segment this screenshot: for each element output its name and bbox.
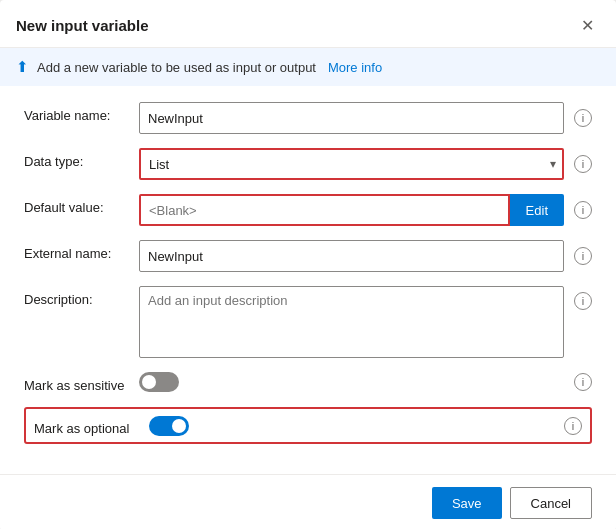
external-name-label: External name: xyxy=(24,240,139,261)
external-name-input[interactable] xyxy=(139,240,564,272)
description-textarea[interactable] xyxy=(139,286,564,358)
save-button[interactable]: Save xyxy=(432,487,502,519)
variable-name-input[interactable] xyxy=(139,102,564,134)
description-info-icon[interactable]: i xyxy=(574,292,592,310)
cancel-button[interactable]: Cancel xyxy=(510,487,592,519)
variable-name-control: i xyxy=(139,102,592,134)
dialog-header: New input variable ✕ xyxy=(0,0,616,48)
data-type-row: Data type: Boolean DateTime Encrypted Er… xyxy=(24,148,592,180)
data-type-select-wrap: Boolean DateTime Encrypted Error Float I… xyxy=(139,148,564,180)
external-name-control: i xyxy=(139,240,592,272)
mark-sensitive-toggle[interactable] xyxy=(139,372,179,392)
default-value-input[interactable] xyxy=(139,194,510,226)
data-type-info-icon[interactable]: i xyxy=(574,155,592,173)
data-type-select[interactable]: Boolean DateTime Encrypted Error Float I… xyxy=(139,148,564,180)
description-label: Description: xyxy=(24,286,139,307)
variable-name-label: Variable name: xyxy=(24,102,139,123)
data-type-control: Boolean DateTime Encrypted Error Float I… xyxy=(139,148,592,180)
close-button[interactable]: ✕ xyxy=(575,14,600,37)
variable-name-row: Variable name: i xyxy=(24,102,592,134)
edit-button[interactable]: Edit xyxy=(510,194,564,226)
form-body: Variable name: i Data type: Boolean Date… xyxy=(0,86,616,474)
mark-sensitive-control: i xyxy=(139,372,592,392)
mark-optional-label: Mark as optional xyxy=(34,415,149,436)
mark-sensitive-info-icon[interactable]: i xyxy=(574,373,592,391)
default-value-control: Edit i xyxy=(139,194,592,226)
info-banner: ⬆ Add a new variable to be used as input… xyxy=(0,48,616,86)
mark-sensitive-label: Mark as sensitive xyxy=(24,372,139,393)
new-input-variable-dialog: New input variable ✕ ⬆ Add a new variabl… xyxy=(0,0,616,529)
mark-optional-toggle-wrap xyxy=(149,416,189,436)
external-name-info-icon[interactable]: i xyxy=(574,247,592,265)
mark-sensitive-row: Mark as sensitive i xyxy=(24,372,592,393)
description-row: Description: i xyxy=(24,286,592,358)
upload-icon: ⬆ xyxy=(16,58,29,76)
variable-name-info-icon[interactable]: i xyxy=(574,109,592,127)
default-value-label: Default value: xyxy=(24,194,139,215)
external-name-row: External name: i xyxy=(24,240,592,272)
dialog-footer: Save Cancel xyxy=(0,474,616,529)
default-value-row: Default value: Edit i xyxy=(24,194,592,226)
banner-text: Add a new variable to be used as input o… xyxy=(37,60,316,75)
mark-optional-slider xyxy=(149,416,189,436)
mark-sensitive-slider xyxy=(139,372,179,392)
mark-optional-row: Mark as optional i xyxy=(24,407,592,444)
default-value-wrap: Edit xyxy=(139,194,564,226)
description-control: i xyxy=(139,286,592,358)
mark-optional-toggle[interactable] xyxy=(149,416,189,436)
dialog-title: New input variable xyxy=(16,17,149,34)
default-value-info-icon[interactable]: i xyxy=(574,201,592,219)
mark-sensitive-toggle-wrap xyxy=(139,372,179,392)
more-info-link[interactable]: More info xyxy=(328,60,382,75)
mark-optional-control: i xyxy=(149,416,582,436)
mark-optional-info-icon[interactable]: i xyxy=(564,417,582,435)
data-type-label: Data type: xyxy=(24,148,139,169)
